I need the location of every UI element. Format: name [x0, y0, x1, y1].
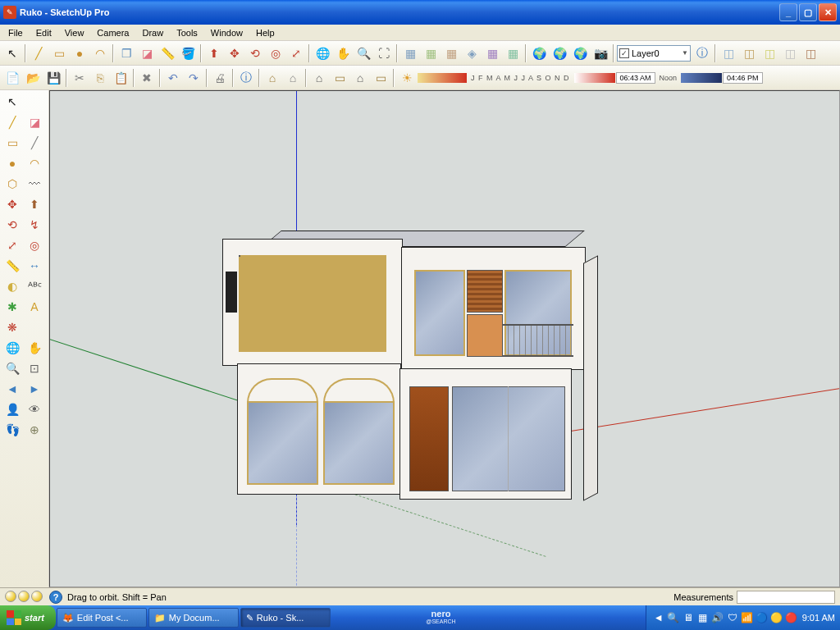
paint-icon[interactable]: 🪣	[178, 43, 198, 63]
house5-icon[interactable]: ⌂	[350, 68, 370, 88]
section-icon[interactable]: ❋	[2, 317, 23, 337]
orbit2-icon[interactable]: 🌐	[2, 338, 23, 358]
tape2-icon[interactable]: 📏	[2, 256, 23, 276]
tray-icon-5[interactable]: 🛡	[726, 611, 739, 624]
protractor-icon[interactable]: ◐	[2, 276, 23, 296]
taskbar-item-sketchup[interactable]: ✎Ruko - Sk...	[240, 608, 331, 628]
front-icon[interactable]: ▦	[400, 43, 420, 63]
cps-icon[interactable]: ⊕	[24, 420, 45, 440]
ge3-icon[interactable]: 🌍	[570, 43, 590, 63]
walk-icon[interactable]: 👣	[2, 420, 23, 440]
poly-tool-icon[interactable]: ⬡	[2, 174, 23, 194]
status-bubbles[interactable]	[5, 591, 44, 604]
start-button[interactable]: start	[0, 605, 56, 630]
menu-view[interactable]: View	[58, 26, 91, 39]
freehand-tool-icon[interactable]: 〰	[24, 174, 45, 194]
menu-window[interactable]: Window	[204, 26, 249, 39]
xray-icon[interactable]: ◫	[780, 43, 800, 63]
viewport-3d[interactable]	[49, 90, 840, 587]
circle-icon[interactable]: ●	[70, 43, 89, 63]
dim-icon[interactable]: ↔	[24, 256, 45, 276]
taskbar-item-explorer[interactable]: 📁My Docum...	[148, 608, 239, 628]
arc-icon[interactable]: ◠	[90, 43, 110, 63]
menu-draw[interactable]: Draw	[135, 26, 170, 39]
iso-icon[interactable]: ◈	[462, 43, 482, 63]
tray-icon-0[interactable]: ◄	[652, 611, 665, 624]
nero-search[interactable]: nero@SEARCH	[426, 610, 455, 625]
rotate2-icon[interactable]: ⟲	[2, 215, 23, 235]
taskbar-item-firefox[interactable]: 🦊Edit Post <...	[57, 608, 147, 628]
next-icon[interactable]: ►	[24, 379, 45, 399]
text-icon[interactable]: ᴬᴮᶜ	[24, 276, 45, 296]
redo-icon[interactable]: ↷	[184, 68, 203, 88]
shadow-time-slider-pm[interactable]	[681, 73, 722, 83]
followme-icon[interactable]: ↯	[24, 215, 45, 235]
3dtext-icon[interactable]: A	[24, 297, 45, 317]
system-tray[interactable]: ◄🔍🖥▦🔊🛡📶🔵🟡🔴9:01 AM	[646, 605, 840, 630]
tray-icon-8[interactable]: 🟡	[770, 611, 783, 624]
house2-icon[interactable]: ⌂	[283, 68, 303, 88]
measurements-input[interactable]	[737, 591, 835, 604]
help-icon[interactable]: ?	[49, 591, 62, 604]
ge4-icon[interactable]: 📷	[591, 43, 610, 63]
menu-help[interactable]: Help	[249, 26, 281, 39]
component-icon[interactable]: ❐	[116, 43, 136, 63]
pan-icon[interactable]: ✋	[333, 43, 353, 63]
prev-icon[interactable]: ◄	[2, 379, 23, 399]
offset-icon[interactable]: ◎	[266, 43, 285, 63]
pan2-icon[interactable]: ✋	[24, 338, 45, 358]
clock[interactable]: 9:01 AM	[802, 613, 835, 623]
maximize-button[interactable]: ▢	[799, 3, 817, 21]
menu-file[interactable]: File	[2, 26, 30, 39]
back-icon[interactable]: ▦	[421, 43, 441, 63]
hidden-icon[interactable]: ◫	[760, 43, 779, 63]
sun-icon[interactable]: ☀	[397, 68, 417, 88]
mono-icon[interactable]: ◫	[801, 43, 820, 63]
save-icon[interactable]: 💾	[43, 68, 63, 88]
orbit-icon[interactable]: 🌐	[313, 43, 332, 63]
new-icon[interactable]: 📄	[2, 68, 22, 88]
side2-icon[interactable]: ▦	[503, 43, 523, 63]
shaded-icon[interactable]: ◫	[719, 43, 738, 63]
house4-icon[interactable]: ▭	[330, 68, 349, 88]
select-icon[interactable]: ↖	[2, 43, 22, 63]
rect-tool-icon[interactable]: ▭	[2, 133, 23, 153]
offset2-icon[interactable]: ◎	[24, 235, 45, 255]
rectangle-icon[interactable]: ▭	[49, 43, 69, 63]
cut-icon[interactable]: ✂	[70, 68, 89, 88]
menu-tools[interactable]: Tools	[170, 26, 204, 39]
move2-icon[interactable]: ✥	[2, 194, 23, 214]
ge2-icon[interactable]: 🌍	[550, 43, 569, 63]
move-icon[interactable]: ✥	[225, 43, 244, 63]
zoomext-icon[interactable]: ⛶	[374, 43, 394, 63]
info-icon[interactable]: ⓘ	[236, 68, 256, 88]
print-icon[interactable]: 🖨	[210, 68, 230, 88]
ge-icon[interactable]: 🌍	[529, 43, 549, 63]
line2-tool-icon[interactable]: ╱	[24, 133, 45, 153]
tray-icon-2[interactable]: 🖥	[682, 611, 695, 624]
menu-camera[interactable]: Camera	[90, 26, 135, 39]
zoomwin-icon[interactable]: ⊡	[24, 358, 45, 378]
wire-icon[interactable]: ◫	[739, 43, 759, 63]
delete-icon[interactable]: ✖	[137, 68, 157, 88]
undo-icon[interactable]: ↶	[163, 68, 183, 88]
paste-icon[interactable]: 📋	[111, 68, 130, 88]
pushpull-icon[interactable]: ⬆	[204, 43, 224, 63]
tray-icon-7[interactable]: 🔵	[756, 611, 769, 624]
line-tool-icon[interactable]: ╱	[2, 112, 23, 132]
house6-icon[interactable]: ▭	[371, 68, 390, 88]
tape-icon[interactable]: 📏	[158, 43, 177, 63]
minimize-button[interactable]: _	[779, 3, 797, 21]
side1-icon[interactable]: ▦	[482, 43, 502, 63]
tray-icon-1[interactable]: 🔍	[667, 611, 680, 624]
open-icon[interactable]: 📂	[23, 68, 43, 88]
scale-icon[interactable]: ⤢	[286, 43, 306, 63]
scale2-icon[interactable]: ⤢	[2, 235, 23, 255]
tray-icon-9[interactable]: 🔴	[785, 611, 798, 624]
eraser-tool-icon[interactable]: ◪	[24, 112, 45, 132]
shadow-date-slider[interactable]	[418, 73, 467, 83]
layer-info-icon[interactable]: ⓘ	[692, 43, 712, 63]
look-icon[interactable]: 👁	[24, 399, 45, 419]
layer-dropdown[interactable]: ✓Layer0▼	[617, 45, 691, 62]
position-icon[interactable]: 👤	[2, 399, 23, 419]
